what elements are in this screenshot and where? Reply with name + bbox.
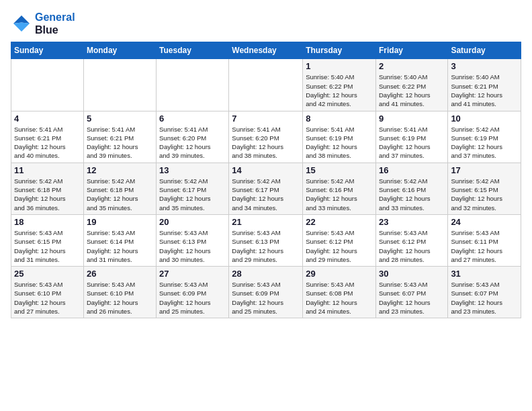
weekday-header: Wednesday: [229, 42, 303, 59]
day-number: 19: [87, 217, 153, 227]
day-number: 15: [306, 165, 373, 175]
day-info: Sunrise: 5:43 AM Sunset: 6:12 PM Dayligh…: [306, 228, 373, 264]
day-number: 11: [14, 165, 81, 175]
day-info: Sunrise: 5:42 AM Sunset: 6:17 PM Dayligh…: [232, 177, 300, 212]
weekday-header: Sunday: [11, 42, 84, 59]
day-number: 13: [159, 165, 226, 175]
page-header: General Blue: [11, 11, 521, 36]
calendar-cell: 16Sunrise: 5:42 AM Sunset: 6:16 PM Dayli…: [375, 163, 447, 214]
calendar-cell: 28Sunrise: 5:43 AM Sunset: 6:09 PM Dayli…: [229, 267, 303, 318]
day-info: Sunrise: 5:42 AM Sunset: 6:19 PM Dayligh…: [451, 125, 518, 161]
day-number: 25: [14, 269, 81, 279]
day-info: Sunrise: 5:41 AM Sunset: 6:20 PM Dayligh…: [232, 125, 300, 161]
day-number: 3: [451, 61, 518, 71]
day-number: 26: [87, 269, 153, 279]
day-info: Sunrise: 5:42 AM Sunset: 6:15 PM Dayligh…: [451, 177, 518, 212]
weekday-header: Tuesday: [157, 42, 229, 59]
day-info: Sunrise: 5:43 AM Sunset: 6:09 PM Dayligh…: [232, 280, 300, 316]
calendar-cell: [11, 59, 84, 111]
calendar-cell: 7Sunrise: 5:41 AM Sunset: 6:20 PM Daylig…: [229, 111, 303, 163]
day-info: Sunrise: 5:40 AM Sunset: 6:21 PM Dayligh…: [451, 73, 518, 108]
calendar-cell: 31Sunrise: 5:43 AM Sunset: 6:07 PM Dayli…: [448, 267, 521, 318]
day-info: Sunrise: 5:43 AM Sunset: 6:14 PM Dayligh…: [87, 228, 153, 264]
calendar-cell: 5Sunrise: 5:41 AM Sunset: 6:21 PM Daylig…: [83, 111, 156, 163]
day-info: Sunrise: 5:43 AM Sunset: 6:15 PM Dayligh…: [14, 228, 81, 264]
day-info: Sunrise: 5:40 AM Sunset: 6:22 PM Dayligh…: [379, 73, 445, 108]
day-info: Sunrise: 5:42 AM Sunset: 6:18 PM Dayligh…: [14, 177, 81, 212]
calendar-cell: 17Sunrise: 5:42 AM Sunset: 6:15 PM Dayli…: [448, 163, 521, 214]
day-info: Sunrise: 5:43 AM Sunset: 6:07 PM Dayligh…: [379, 280, 445, 316]
day-number: 6: [159, 113, 226, 124]
day-number: 7: [232, 113, 300, 124]
day-number: 20: [159, 217, 226, 227]
day-number: 9: [379, 113, 445, 124]
calendar-cell: 2Sunrise: 5:40 AM Sunset: 6:22 PM Daylig…: [375, 59, 447, 111]
weekday-header: Saturday: [448, 42, 521, 59]
day-number: 23: [379, 217, 445, 227]
day-number: 21: [232, 217, 300, 227]
calendar-cell: 8Sunrise: 5:41 AM Sunset: 6:19 PM Daylig…: [303, 111, 376, 163]
calendar-cell: 13Sunrise: 5:42 AM Sunset: 6:17 PM Dayli…: [157, 163, 229, 214]
calendar-cell: [83, 59, 156, 111]
day-info: Sunrise: 5:42 AM Sunset: 6:17 PM Dayligh…: [159, 177, 226, 212]
calendar-header: SundayMondayTuesdayWednesdayThursdayFrid…: [11, 42, 521, 59]
calendar-cell: 10Sunrise: 5:42 AM Sunset: 6:19 PM Dayli…: [448, 111, 521, 163]
weekday-header: Monday: [83, 42, 156, 59]
day-info: Sunrise: 5:43 AM Sunset: 6:10 PM Dayligh…: [14, 280, 81, 316]
calendar-cell: 3Sunrise: 5:40 AM Sunset: 6:21 PM Daylig…: [448, 59, 521, 111]
logo: General Blue: [11, 11, 75, 36]
day-number: 2: [379, 61, 445, 71]
calendar-table: SundayMondayTuesdayWednesdayThursdayFrid…: [11, 42, 521, 318]
day-number: 29: [306, 269, 373, 279]
calendar-cell: 18Sunrise: 5:43 AM Sunset: 6:15 PM Dayli…: [11, 214, 84, 266]
calendar-cell: 29Sunrise: 5:43 AM Sunset: 6:08 PM Dayli…: [303, 267, 376, 318]
day-info: Sunrise: 5:43 AM Sunset: 6:13 PM Dayligh…: [159, 228, 226, 264]
day-info: Sunrise: 5:40 AM Sunset: 6:22 PM Dayligh…: [306, 73, 373, 108]
day-info: Sunrise: 5:42 AM Sunset: 6:16 PM Dayligh…: [379, 177, 445, 212]
day-info: Sunrise: 5:43 AM Sunset: 6:08 PM Dayligh…: [306, 280, 373, 316]
day-info: Sunrise: 5:43 AM Sunset: 6:13 PM Dayligh…: [232, 228, 300, 264]
day-number: 24: [451, 217, 518, 227]
day-info: Sunrise: 5:41 AM Sunset: 6:21 PM Dayligh…: [14, 125, 81, 161]
calendar-cell: 9Sunrise: 5:41 AM Sunset: 6:19 PM Daylig…: [375, 111, 447, 163]
calendar-cell: 20Sunrise: 5:43 AM Sunset: 6:13 PM Dayli…: [157, 214, 229, 266]
calendar-cell: 1Sunrise: 5:40 AM Sunset: 6:22 PM Daylig…: [303, 59, 376, 111]
calendar-week-row: 11Sunrise: 5:42 AM Sunset: 6:18 PM Dayli…: [11, 163, 521, 214]
calendar-cell: 30Sunrise: 5:43 AM Sunset: 6:07 PM Dayli…: [375, 267, 447, 318]
day-info: Sunrise: 5:43 AM Sunset: 6:07 PM Dayligh…: [451, 280, 518, 316]
day-info: Sunrise: 5:41 AM Sunset: 6:19 PM Dayligh…: [306, 125, 373, 161]
day-number: 17: [451, 165, 518, 175]
calendar-cell: 19Sunrise: 5:43 AM Sunset: 6:14 PM Dayli…: [83, 214, 156, 266]
day-number: 14: [232, 165, 300, 175]
day-info: Sunrise: 5:41 AM Sunset: 6:19 PM Dayligh…: [379, 125, 445, 161]
svg-marker-0: [13, 15, 30, 24]
calendar-cell: 14Sunrise: 5:42 AM Sunset: 6:17 PM Dayli…: [229, 163, 303, 214]
logo-icon: [11, 13, 32, 34]
day-info: Sunrise: 5:41 AM Sunset: 6:21 PM Dayligh…: [87, 125, 153, 161]
day-number: 5: [87, 113, 153, 124]
calendar-cell: 23Sunrise: 5:43 AM Sunset: 6:12 PM Dayli…: [375, 214, 447, 266]
day-info: Sunrise: 5:43 AM Sunset: 6:11 PM Dayligh…: [451, 228, 518, 264]
calendar-week-row: 4Sunrise: 5:41 AM Sunset: 6:21 PM Daylig…: [11, 111, 521, 163]
calendar-cell: 6Sunrise: 5:41 AM Sunset: 6:20 PM Daylig…: [157, 111, 229, 163]
calendar-cell: 24Sunrise: 5:43 AM Sunset: 6:11 PM Dayli…: [448, 214, 521, 266]
calendar-cell: 27Sunrise: 5:43 AM Sunset: 6:09 PM Dayli…: [157, 267, 229, 318]
day-number: 31: [451, 269, 518, 279]
day-number: 18: [14, 217, 81, 227]
svg-marker-1: [13, 23, 30, 32]
day-number: 16: [379, 165, 445, 175]
day-number: 10: [451, 113, 518, 124]
day-info: Sunrise: 5:42 AM Sunset: 6:18 PM Dayligh…: [87, 177, 153, 212]
day-number: 1: [306, 61, 373, 71]
logo-text: General Blue: [35, 11, 75, 36]
calendar-cell: [229, 59, 303, 111]
calendar-cell: 21Sunrise: 5:43 AM Sunset: 6:13 PM Dayli…: [229, 214, 303, 266]
day-info: Sunrise: 5:43 AM Sunset: 6:10 PM Dayligh…: [87, 280, 153, 316]
calendar-cell: 12Sunrise: 5:42 AM Sunset: 6:18 PM Dayli…: [83, 163, 156, 214]
calendar-cell: [157, 59, 229, 111]
day-number: 12: [87, 165, 153, 175]
day-number: 8: [306, 113, 373, 124]
calendar-cell: 15Sunrise: 5:42 AM Sunset: 6:16 PM Dayli…: [303, 163, 376, 214]
calendar-cell: 26Sunrise: 5:43 AM Sunset: 6:10 PM Dayli…: [83, 267, 156, 318]
day-info: Sunrise: 5:42 AM Sunset: 6:16 PM Dayligh…: [306, 177, 373, 212]
